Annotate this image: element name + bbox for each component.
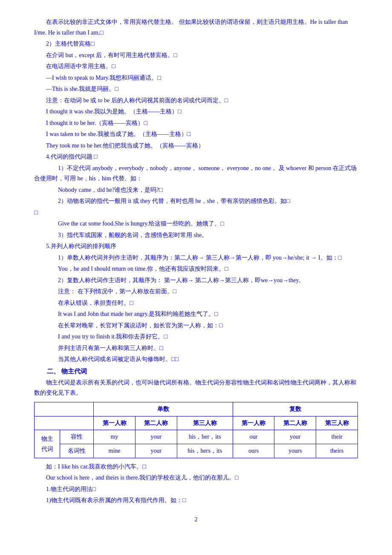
possessive-pronoun-table: 单数 复数 第一人称 第二人称 第三人称 第一人称 第二人称 第三人称 物主代词…	[34, 402, 358, 458]
paragraph-20: 1）单数人称代词并列作主语时，其顺序为：第二人称→ 第三人称→第一人称，即 yo…	[34, 253, 358, 263]
table-cell-mine: mine	[94, 444, 135, 458]
page-number: 2	[34, 515, 358, 525]
paragraph-28: 并列主语只有第一人称和第三人称时。□	[34, 343, 358, 354]
paragraph-7: 注意：在动词 be 或 to be 后的人称代词视其前面的名词或代词而定。□	[34, 95, 358, 106]
paragraph-25: It was I and John that made her angry.是我…	[34, 309, 358, 320]
table-sub-third-plural: 第三人称	[316, 416, 358, 430]
paragraph-13: 1）不定代词 anybody，everybody，nobody，anyone， …	[34, 163, 358, 184]
paragraph-1: 在表示比较的非正式文体中，常用宾格代替主格。 但如果比较状语的谓语保留，则主语只…	[34, 17, 358, 38]
table-cell-noun-label: 名词性	[60, 444, 94, 458]
table-sub-first-singular: 第一人称	[94, 416, 135, 430]
paragraph-15: 2）动物名词的指代一般用 it 或 they 代替，有时也用 he，she，带有…	[34, 196, 358, 207]
paragraph-2: 2）主格代替宾格□	[34, 39, 358, 49]
page-content: 在表示比较的非正式文体中，常用宾格代替主格。 但如果比较状语的谓语保留，则主语只…	[34, 17, 358, 525]
paragraph-11: They took me to be her.他们把我当成了她。（宾格——宾格）	[34, 141, 358, 151]
paragraph-16: □	[34, 208, 358, 218]
table-cell-my: my	[94, 430, 135, 444]
paragraph-14: Nobody came，did he?谁也没来，是吗?□	[34, 185, 358, 196]
paragraph-8: I thought it was she.我以为是她。（主格——主格）□	[34, 107, 358, 117]
paragraph-3: 在介词 but，except 后，有时可用主格代替宾格。□	[34, 50, 358, 61]
after-table-3: 1.物主代词的用法□	[34, 484, 358, 495]
table-cell-your-noun: your	[135, 444, 177, 458]
table-row-adjective: 物主代词 容性 my your his，her，its our your the…	[35, 430, 358, 444]
table-singular-header: 单数	[94, 402, 233, 416]
table-sub-second-plural: 第二人称	[274, 416, 316, 430]
after-table-2: Our school is here，and theirs is there.我…	[34, 473, 358, 483]
paragraph-21: You，he and I should return on time.你，他还有…	[34, 264, 358, 275]
section-title-possessive: 二、 物主代词	[34, 366, 358, 377]
table-cell-wuzhu: 物主代词	[35, 430, 60, 458]
table-cell-your-adj: your	[135, 430, 177, 444]
table-sub-second-singular: 第二人称	[135, 416, 177, 430]
table-cell-ours: ours	[233, 444, 274, 458]
after-table-4: 1)物主代词既有表示所属的作用又有指代作用。如：□	[34, 495, 358, 506]
table-cell-his-her-its-adj: his，her，its	[177, 430, 233, 444]
paragraph-27: I and you try to finish it.我和你去弄好它。□	[34, 332, 358, 342]
paragraph-4: 在电话用语中常用主格。□	[34, 61, 358, 72]
table-cell-yours: yours	[274, 444, 316, 458]
paragraph-6: —This is she.我就是玛丽。□	[34, 84, 358, 95]
table-cell-their: their	[316, 430, 358, 444]
paragraph-26: 在长辈对晚辈，长官对下属说话时，如长官为第一人称，如：□	[34, 321, 358, 331]
table-sub-third-singular: 第三人称	[177, 416, 233, 430]
table-cell-adjective-label: 容性	[60, 430, 94, 444]
table-sub-empty	[35, 416, 94, 430]
table-cell-our: our	[233, 430, 274, 444]
paragraph-17: Give the cat some food.She is hungry.给这猫…	[34, 219, 358, 229]
table-cell-your-pl-adj: your	[274, 430, 316, 444]
paragraph-10: I was taken to be she.我被当成了她。（主格——主格）□	[34, 129, 358, 140]
table-row-noun: 名词性 mine your his，hers，its ours yours th…	[35, 444, 358, 458]
paragraph-9: I thought it to be her.（宾格——宾格）□	[34, 118, 358, 129]
paragraph-23: 注意： 在下列情况中，第一人称放在前面。□	[34, 286, 358, 297]
table-cell-his-hers-its-noun: his，hers，its	[177, 444, 233, 458]
paragraph-5: —I wish to speak to Mary.我想和玛丽通话。□	[34, 73, 358, 84]
table-plural-header: 复数	[233, 402, 357, 416]
paragraph-29: 当其他人称代词或名词被定语从句修饰时。□□	[34, 354, 358, 365]
table-cell-theirs: theirs	[316, 444, 358, 458]
after-table-1: 如：I like his car.我喜欢他的小汽车。□	[34, 462, 358, 472]
paragraph-24: 在承认错误，承担责任时。□	[34, 298, 358, 309]
paragraph-31: 物主代词是表示所有关系的代词，也可叫做代词所有格。物主代词分形容性物主代词和名词…	[34, 378, 358, 399]
paragraph-12: 4.代词的指代问题 □	[34, 152, 358, 162]
table-empty-header	[35, 402, 94, 416]
paragraph-19: 5.并列人称代词的排列顺序	[34, 241, 358, 252]
paragraph-22: 2）复数人称代词作主语时，其顺序为： 第一人称→ 第二人称→第三人称，即we→y…	[34, 275, 358, 286]
table-sub-first-plural: 第一人称	[233, 416, 274, 430]
paragraph-18: 3）指代车或国家，船舰的名词，含感情色彩时常用 she。	[34, 230, 358, 241]
